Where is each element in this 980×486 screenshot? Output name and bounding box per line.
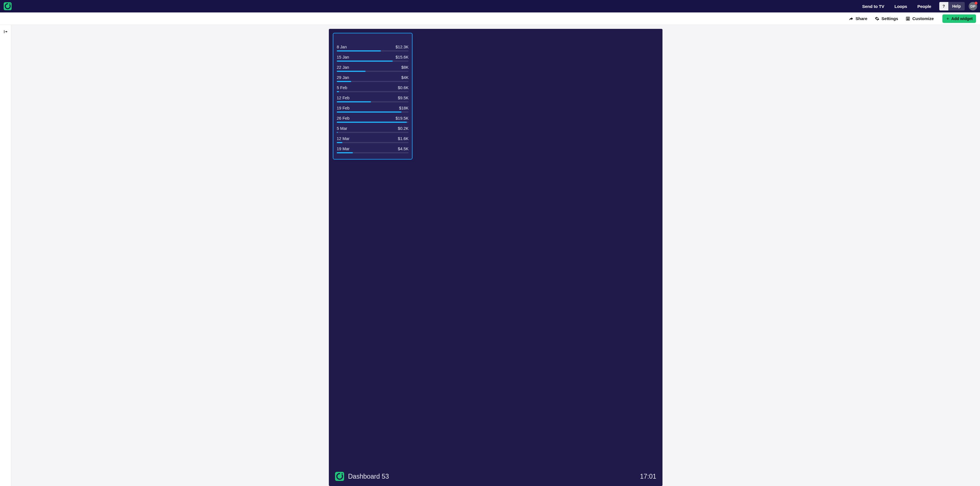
bar-row-labels: 22 Jan$8K xyxy=(337,65,409,70)
bar-row-track xyxy=(337,81,409,82)
main-area: 8 Jan$12.3K15 Jan$15.6K22 Jan$8K29 Jan$4… xyxy=(0,25,980,486)
bar-row: 5 Mar$0.2K xyxy=(337,126,409,133)
dashboard-footer-left: Dashboard 53 xyxy=(335,472,389,481)
bar-row-labels: 12 Mar$1.6K xyxy=(337,136,409,141)
logo-icon xyxy=(335,472,344,481)
bar-row-category: 22 Jan xyxy=(337,65,349,70)
bar-row: 8 Jan$12.3K xyxy=(337,45,409,51)
bar-row-fill xyxy=(337,122,407,123)
logo-icon xyxy=(4,2,11,10)
customize-icon xyxy=(906,16,910,21)
share-label: Share xyxy=(856,16,867,21)
bar-row-fill xyxy=(337,91,339,92)
bar-row-value: $0.2K xyxy=(398,126,409,131)
bar-row-track xyxy=(337,91,409,92)
bar-row-category: 12 Feb xyxy=(337,96,350,100)
bar-row: 5 Feb$0.6K xyxy=(337,85,409,92)
add-widget-label: Add widget xyxy=(951,16,973,21)
bar-row-track xyxy=(337,142,409,143)
left-rail xyxy=(0,25,11,486)
bar-row-fill xyxy=(337,61,393,62)
help-question-button[interactable]: ? xyxy=(939,2,948,11)
bar-row-value: $15.6K xyxy=(396,55,409,59)
bar-row-labels: 5 Feb$0.6K xyxy=(337,85,409,90)
user-avatar[interactable]: DP xyxy=(969,2,977,11)
bar-row-track xyxy=(337,112,409,113)
bar-row: 12 Feb$9.5K xyxy=(337,96,409,102)
svg-rect-2 xyxy=(906,17,910,21)
bar-row-value: $0.6K xyxy=(398,85,409,90)
add-widget-button[interactable]: Add widget xyxy=(942,14,976,23)
bar-row: 22 Jan$8K xyxy=(337,65,409,72)
bar-row-fill xyxy=(337,152,353,153)
settings-button[interactable]: Settings xyxy=(875,16,898,21)
bar-row-fill xyxy=(337,101,371,102)
bar-row-category: 5 Feb xyxy=(337,85,347,90)
bar-row-labels: 12 Feb$9.5K xyxy=(337,96,409,100)
action-toolbar: Share Settings Customize Add widget xyxy=(0,13,980,25)
share-button[interactable]: Share xyxy=(849,16,867,21)
bar-row-category: 29 Jan xyxy=(337,75,349,80)
bar-list-widget[interactable]: 8 Jan$12.3K15 Jan$15.6K22 Jan$8K29 Jan$4… xyxy=(333,33,412,159)
nav-loops[interactable]: Loops xyxy=(889,4,912,9)
notification-dot-icon xyxy=(975,2,977,5)
bar-row-value: $4.5K xyxy=(398,147,409,151)
bar-row-category: 8 Jan xyxy=(337,45,347,49)
bar-row-track xyxy=(337,71,409,72)
dashboard-title: Dashboard 53 xyxy=(348,473,389,480)
bar-row-fill xyxy=(337,142,342,143)
customize-label: Customize xyxy=(912,16,934,21)
bar-row-track xyxy=(337,132,409,133)
bar-row: 29 Jan$4K xyxy=(337,75,409,82)
bar-row-labels: 8 Jan$12.3K xyxy=(337,45,409,49)
bar-row-fill xyxy=(337,81,351,82)
bar-row-track xyxy=(337,152,409,153)
help-group: ? Help xyxy=(939,2,965,11)
customize-button[interactable]: Customize xyxy=(906,16,934,21)
bar-row-labels: 5 Mar$0.2K xyxy=(337,126,409,131)
bar-row: 26 Feb$19.5K xyxy=(337,116,409,123)
bar-row-category: 26 Feb xyxy=(337,116,350,121)
bar-row-fill xyxy=(337,50,381,51)
bar-row-track xyxy=(337,101,409,102)
avatar-initials: DP xyxy=(970,4,975,8)
expand-sidebar-button[interactable] xyxy=(2,28,9,35)
bar-row-category: 15 Jan xyxy=(337,55,349,59)
expand-right-icon xyxy=(3,29,8,34)
nav-people[interactable]: People xyxy=(912,4,936,9)
bar-row-labels: 19 Mar$4.5K xyxy=(337,147,409,151)
dashboard-footer: Dashboard 53 17:01 xyxy=(335,472,656,481)
bar-row-track xyxy=(337,122,409,123)
bar-row-category: 19 Mar xyxy=(337,147,350,151)
footer-logo xyxy=(335,472,344,481)
bar-row: 12 Mar$1.6K xyxy=(337,136,409,143)
bar-row-value: $18K xyxy=(399,106,409,110)
bar-row-value: $4K xyxy=(401,75,409,80)
plus-icon xyxy=(946,17,950,21)
bar-row-labels: 19 Feb$18K xyxy=(337,106,409,110)
bar-row-category: 5 Mar xyxy=(337,126,347,131)
bar-row-fill xyxy=(337,71,366,72)
bar-row: 19 Mar$4.5K xyxy=(337,147,409,153)
bar-row-fill xyxy=(337,132,337,133)
settings-label: Settings xyxy=(881,16,898,21)
bar-row: 15 Jan$15.6K xyxy=(337,55,409,62)
app-logo[interactable] xyxy=(3,2,12,11)
bar-row-labels: 26 Feb$19.5K xyxy=(337,116,409,121)
svg-rect-3 xyxy=(907,18,908,18)
dashboard-canvas[interactable]: 8 Jan$12.3K15 Jan$15.6K22 Jan$8K29 Jan$4… xyxy=(11,25,980,486)
svg-rect-4 xyxy=(908,18,909,18)
bar-row: 19 Feb$18K xyxy=(337,106,409,113)
bar-row-value: $8K xyxy=(401,65,409,70)
bar-row-category: 19 Feb xyxy=(337,106,350,110)
dashboard-clock: 17:01 xyxy=(640,473,656,480)
nav-send-to-tv[interactable]: Send to TV xyxy=(857,4,889,9)
share-icon xyxy=(849,16,853,21)
bar-row-value: $1.6K xyxy=(398,136,409,141)
bar-row-track xyxy=(337,50,409,51)
top-nav-bar: Send to TV Loops People ? Help DP xyxy=(0,0,980,13)
svg-rect-5 xyxy=(907,19,909,19)
bar-row-labels: 15 Jan$15.6K xyxy=(337,55,409,59)
help-button[interactable]: Help xyxy=(948,2,965,11)
bar-row-value: $19.5K xyxy=(396,116,409,121)
